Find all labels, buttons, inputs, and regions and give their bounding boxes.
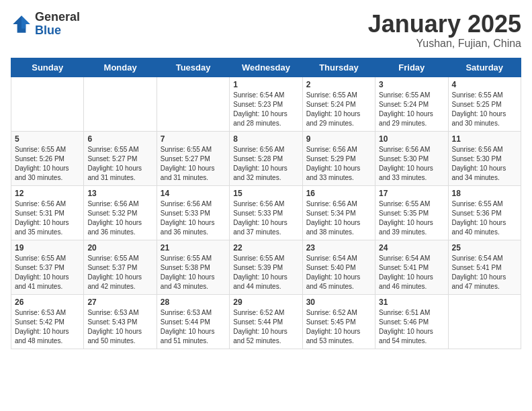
logo: General Blue	[11, 11, 80, 38]
day-info: Sunrise: 6:55 AM Sunset: 5:35 PM Dayligh…	[379, 199, 444, 237]
calendar-day-cell: 13Sunrise: 6:56 AM Sunset: 5:32 PM Dayli…	[84, 185, 157, 240]
calendar-table: SundayMondayTuesdayWednesdayThursdayFrid…	[11, 58, 521, 349]
day-number: 6	[87, 134, 152, 144]
day-info: Sunrise: 6:56 AM Sunset: 5:29 PM Dayligh…	[306, 145, 371, 183]
day-number: 17	[379, 189, 444, 198]
calendar-day-cell: 6Sunrise: 6:55 AM Sunset: 5:27 PM Daylig…	[84, 131, 157, 185]
day-number: 28	[161, 298, 226, 307]
day-number: 11	[452, 134, 517, 144]
calendar-day-cell	[11, 77, 84, 131]
day-number: 9	[306, 134, 371, 144]
calendar-day-cell: 29Sunrise: 6:52 AM Sunset: 5:44 PM Dayli…	[230, 294, 302, 349]
day-number: 24	[379, 243, 444, 253]
day-number: 20	[87, 243, 152, 253]
calendar-day-cell: 8Sunrise: 6:56 AM Sunset: 5:28 PM Daylig…	[230, 131, 302, 185]
day-number: 16	[306, 189, 371, 198]
calendar-day-cell: 9Sunrise: 6:56 AM Sunset: 5:29 PM Daylig…	[302, 131, 375, 185]
calendar-day-cell: 19Sunrise: 6:55 AM Sunset: 5:37 PM Dayli…	[11, 240, 84, 294]
day-info: Sunrise: 6:56 AM Sunset: 5:33 PM Dayligh…	[161, 199, 226, 237]
logo-icon	[11, 13, 32, 35]
day-number: 10	[379, 134, 444, 144]
calendar-day-cell: 25Sunrise: 6:54 AM Sunset: 5:41 PM Dayli…	[448, 240, 521, 294]
calendar-week-row: 1Sunrise: 6:54 AM Sunset: 5:23 PM Daylig…	[11, 77, 521, 131]
day-number: 4	[452, 80, 517, 89]
calendar-day-cell: 28Sunrise: 6:53 AM Sunset: 5:44 PM Dayli…	[157, 294, 229, 349]
calendar-week-row: 19Sunrise: 6:55 AM Sunset: 5:37 PM Dayli…	[11, 240, 521, 294]
day-info: Sunrise: 6:54 AM Sunset: 5:40 PM Dayligh…	[306, 254, 371, 291]
calendar-day-cell: 18Sunrise: 6:55 AM Sunset: 5:36 PM Dayli…	[448, 185, 521, 240]
calendar-day-cell: 24Sunrise: 6:54 AM Sunset: 5:41 PM Dayli…	[375, 240, 448, 294]
day-number: 31	[379, 298, 444, 307]
day-number: 21	[161, 243, 226, 253]
calendar-day-cell: 31Sunrise: 6:51 AM Sunset: 5:46 PM Dayli…	[375, 294, 448, 349]
calendar-day-cell: 16Sunrise: 6:56 AM Sunset: 5:34 PM Dayli…	[302, 185, 375, 240]
day-info: Sunrise: 6:55 AM Sunset: 5:24 PM Dayligh…	[306, 91, 371, 128]
day-number: 26	[15, 298, 80, 307]
day-info: Sunrise: 6:56 AM Sunset: 5:30 PM Dayligh…	[379, 145, 444, 183]
day-number: 5	[15, 134, 80, 144]
calendar-day-cell: 27Sunrise: 6:53 AM Sunset: 5:43 PM Dayli…	[84, 294, 157, 349]
day-info: Sunrise: 6:53 AM Sunset: 5:43 PM Dayligh…	[87, 308, 152, 346]
weekday-header: Wednesday	[230, 58, 302, 77]
day-number: 13	[87, 189, 152, 198]
logo-general-label: General	[35, 11, 80, 24]
day-info: Sunrise: 6:55 AM Sunset: 5:38 PM Dayligh…	[161, 254, 226, 291]
day-info: Sunrise: 6:56 AM Sunset: 5:34 PM Dayligh…	[306, 199, 371, 237]
calendar-day-cell: 3Sunrise: 6:55 AM Sunset: 5:24 PM Daylig…	[375, 77, 448, 131]
calendar-day-cell: 17Sunrise: 6:55 AM Sunset: 5:35 PM Dayli…	[375, 185, 448, 240]
calendar-day-cell: 5Sunrise: 6:55 AM Sunset: 5:26 PM Daylig…	[11, 131, 84, 185]
title-block: January 2025 Yushan, Fujian, China	[368, 11, 521, 50]
calendar-day-cell: 2Sunrise: 6:55 AM Sunset: 5:24 PM Daylig…	[302, 77, 375, 131]
calendar-day-cell: 20Sunrise: 6:55 AM Sunset: 5:37 PM Dayli…	[84, 240, 157, 294]
day-number: 12	[15, 189, 80, 198]
day-info: Sunrise: 6:56 AM Sunset: 5:31 PM Dayligh…	[15, 199, 80, 237]
day-number: 23	[306, 243, 371, 253]
day-number: 19	[15, 243, 80, 253]
day-info: Sunrise: 6:55 AM Sunset: 5:27 PM Dayligh…	[161, 145, 226, 183]
calendar-day-cell: 4Sunrise: 6:55 AM Sunset: 5:25 PM Daylig…	[448, 77, 521, 131]
day-info: Sunrise: 6:54 AM Sunset: 5:41 PM Dayligh…	[452, 254, 517, 291]
day-number: 1	[233, 80, 298, 89]
day-info: Sunrise: 6:56 AM Sunset: 5:30 PM Dayligh…	[452, 145, 517, 183]
day-info: Sunrise: 6:54 AM Sunset: 5:23 PM Dayligh…	[233, 91, 298, 128]
day-number: 25	[452, 243, 517, 253]
day-info: Sunrise: 6:56 AM Sunset: 5:32 PM Dayligh…	[87, 199, 152, 237]
day-number: 27	[87, 298, 152, 307]
day-info: Sunrise: 6:51 AM Sunset: 5:46 PM Dayligh…	[379, 308, 444, 346]
weekday-header: Thursday	[302, 58, 375, 77]
calendar-day-cell	[448, 294, 521, 349]
calendar-week-row: 12Sunrise: 6:56 AM Sunset: 5:31 PM Dayli…	[11, 185, 521, 240]
day-info: Sunrise: 6:52 AM Sunset: 5:44 PM Dayligh…	[233, 308, 298, 346]
calendar-day-cell: 1Sunrise: 6:54 AM Sunset: 5:23 PM Daylig…	[230, 77, 302, 131]
weekday-header: Tuesday	[157, 58, 229, 77]
calendar-day-cell: 26Sunrise: 6:53 AM Sunset: 5:42 PM Dayli…	[11, 294, 84, 349]
day-number: 22	[233, 243, 298, 253]
day-info: Sunrise: 6:56 AM Sunset: 5:33 PM Dayligh…	[233, 199, 298, 237]
calendar-day-cell: 21Sunrise: 6:55 AM Sunset: 5:38 PM Dayli…	[157, 240, 229, 294]
calendar-day-cell	[84, 77, 157, 131]
weekday-header: Sunday	[11, 58, 84, 77]
calendar-day-cell: 12Sunrise: 6:56 AM Sunset: 5:31 PM Dayli…	[11, 185, 84, 240]
day-info: Sunrise: 6:55 AM Sunset: 5:27 PM Dayligh…	[87, 145, 152, 183]
day-number: 15	[233, 189, 298, 198]
day-info: Sunrise: 6:53 AM Sunset: 5:44 PM Dayligh…	[161, 308, 226, 346]
weekday-header-row: SundayMondayTuesdayWednesdayThursdayFrid…	[11, 58, 521, 77]
day-number: 2	[306, 80, 371, 89]
day-info: Sunrise: 6:55 AM Sunset: 5:25 PM Dayligh…	[452, 91, 517, 128]
calendar-day-cell: 22Sunrise: 6:55 AM Sunset: 5:39 PM Dayli…	[230, 240, 302, 294]
svg-marker-1	[21, 15, 30, 28]
logo-text: General Blue	[35, 11, 80, 38]
weekday-header: Friday	[375, 58, 448, 77]
calendar-day-cell: 14Sunrise: 6:56 AM Sunset: 5:33 PM Dayli…	[157, 185, 229, 240]
day-info: Sunrise: 6:55 AM Sunset: 5:37 PM Dayligh…	[87, 254, 152, 291]
calendar-day-cell	[157, 77, 229, 131]
day-number: 14	[161, 189, 226, 198]
location-label: Yushan, Fujian, China	[368, 38, 521, 50]
calendar-day-cell: 30Sunrise: 6:52 AM Sunset: 5:45 PM Dayli…	[302, 294, 375, 349]
day-info: Sunrise: 6:55 AM Sunset: 5:37 PM Dayligh…	[15, 254, 80, 291]
day-info: Sunrise: 6:52 AM Sunset: 5:45 PM Dayligh…	[306, 308, 371, 346]
day-number: 18	[452, 189, 517, 198]
page-header: General Blue January 2025 Yushan, Fujian…	[11, 11, 521, 50]
calendar-day-cell: 10Sunrise: 6:56 AM Sunset: 5:30 PM Dayli…	[375, 131, 448, 185]
day-info: Sunrise: 6:56 AM Sunset: 5:28 PM Dayligh…	[233, 145, 298, 183]
